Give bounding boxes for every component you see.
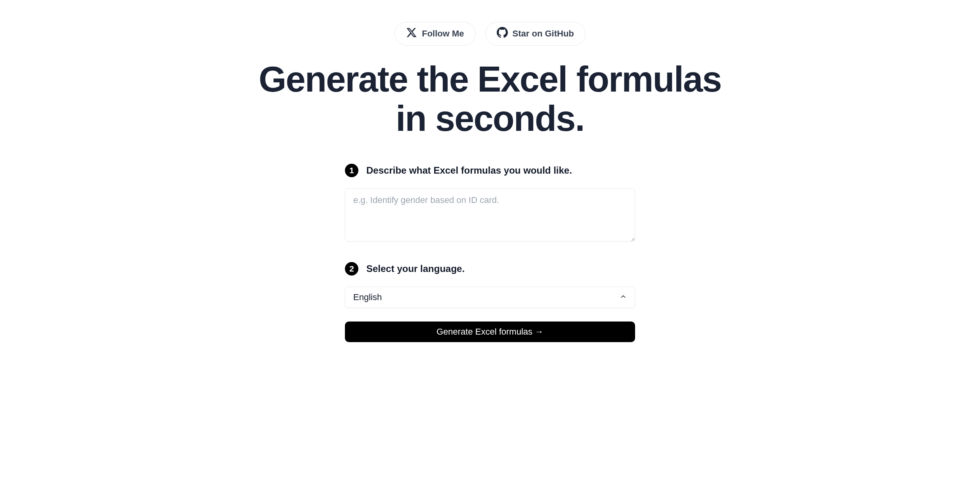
star-github-label: Star on GitHub (513, 29, 574, 39)
form-container: 1 Describe what Excel formulas you would… (345, 164, 635, 342)
chevron-up-icon (620, 292, 627, 302)
step-two-number: 2 (345, 262, 358, 276)
top-links: Follow Me Star on GitHub (394, 22, 586, 46)
follow-me-label: Follow Me (422, 29, 464, 39)
step-one-number: 1 (345, 164, 358, 177)
github-icon (497, 27, 508, 40)
language-selected-value: English (353, 292, 382, 302)
generate-button-label: Generate Excel formulas (436, 327, 532, 337)
step-two-text: Select your language. (366, 263, 465, 274)
step-two-label: 2 Select your language. (345, 262, 635, 276)
formula-description-input[interactable] (345, 188, 635, 241)
language-select[interactable]: English (345, 287, 635, 308)
follow-me-link[interactable]: Follow Me (394, 22, 475, 46)
star-github-link[interactable]: Star on GitHub (485, 22, 586, 46)
arrow-right-icon: → (535, 327, 544, 337)
step-one-label: 1 Describe what Excel formulas you would… (345, 164, 635, 177)
step-one-text: Describe what Excel formulas you would l… (366, 165, 572, 176)
x-icon (406, 27, 417, 40)
generate-button[interactable]: Generate Excel formulas → (345, 322, 635, 342)
page-title: Generate the Excel formulas in seconds. (252, 60, 728, 138)
